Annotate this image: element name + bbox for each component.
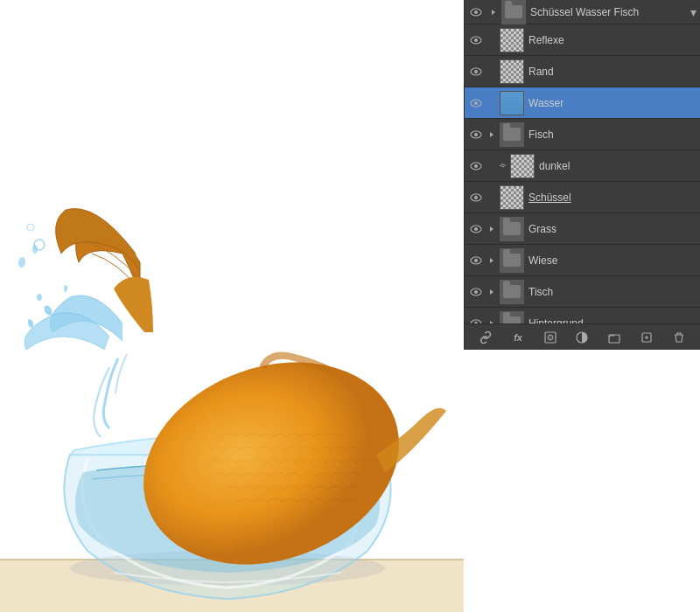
panel-scroll-down[interactable]: ▾ <box>690 5 696 19</box>
layer-name-wasser: Wasser <box>528 97 696 109</box>
svg-point-14 <box>474 10 478 14</box>
layers-panel-group-header: Schüssel Wasser Fisch ▾ <box>465 0 700 24</box>
svg-marker-24 <box>490 132 494 137</box>
svg-marker-37 <box>490 289 494 295</box>
mask-button[interactable] <box>541 328 560 347</box>
expand-arrow-wiese[interactable] <box>486 254 498 267</box>
group-visibility-eye[interactable] <box>468 4 484 20</box>
svg-point-12 <box>27 224 34 231</box>
adjustment-button[interactable] <box>572 328 592 347</box>
svg-marker-40 <box>490 321 494 324</box>
layers-panel: Schüssel Wasser Fisch ▾ ReflexeRandWasse… <box>464 0 700 350</box>
eye-icon-wasser[interactable] <box>468 95 484 111</box>
svg-point-28 <box>474 196 478 199</box>
layer-item-grass[interactable]: Grass <box>465 213 700 245</box>
eye-icon-reflexe[interactable] <box>468 32 484 48</box>
layer-item-dunkel[interactable]: dunkel <box>465 150 700 182</box>
new-group-button[interactable] <box>605 328 624 347</box>
layers-toolbar: fx <box>465 323 700 350</box>
link-button[interactable] <box>476 328 495 347</box>
svg-point-26 <box>474 164 478 168</box>
svg-marker-15 <box>492 10 495 15</box>
svg-point-23 <box>474 133 478 136</box>
eye-icon-schuessel[interactable] <box>468 190 484 205</box>
svg-point-19 <box>474 70 478 73</box>
eye-icon-fisch[interactable] <box>468 127 484 143</box>
svg-point-39 <box>474 322 478 324</box>
layer-thumb-rand <box>500 59 524 84</box>
expand-arrow-tisch[interactable] <box>486 286 498 298</box>
layer-thumb-reflexe <box>500 28 524 52</box>
eye-icon-dunkel[interactable] <box>468 158 484 174</box>
svg-point-9 <box>18 256 26 268</box>
layer-item-rand[interactable]: Rand <box>465 56 700 87</box>
layer-thumb-schuessel <box>500 185 524 210</box>
layer-thumb-wiese <box>500 248 524 273</box>
expand-arrow-wasser <box>486 97 498 109</box>
group-folder-thumb <box>501 0 526 24</box>
svg-point-7 <box>37 294 42 301</box>
svg-point-36 <box>474 290 478 294</box>
expand-arrow-grass[interactable] <box>486 223 498 235</box>
svg-point-8 <box>64 285 67 292</box>
svg-point-30 <box>474 227 478 231</box>
layer-thumb-grass <box>500 217 524 241</box>
layer-name-tisch: Tisch <box>528 286 696 298</box>
fx-button[interactable]: fx <box>508 328 528 347</box>
layer-thumb-fisch <box>500 122 524 147</box>
expand-arrow-hintergrund[interactable] <box>486 317 498 324</box>
delete-button[interactable] <box>669 328 689 347</box>
layer-thumb-dunkel <box>510 154 535 178</box>
svg-point-11 <box>34 240 45 250</box>
layer-name-fisch: Fisch <box>528 129 696 141</box>
svg-point-44 <box>548 335 553 340</box>
expand-arrow-reflexe <box>486 34 498 46</box>
eye-icon-rand[interactable] <box>468 64 484 80</box>
expand-arrow-fisch[interactable] <box>486 129 498 141</box>
eye-icon-tisch[interactable] <box>468 284 484 300</box>
svg-marker-31 <box>490 226 494 232</box>
layer-name-grass: Grass <box>528 223 696 235</box>
svg-marker-34 <box>490 258 494 263</box>
eye-icon-grass[interactable] <box>468 221 484 237</box>
layer-item-schuessel[interactable]: Schüssel <box>465 182 700 213</box>
eye-icon-wiese[interactable] <box>468 253 484 268</box>
svg-point-21 <box>474 101 478 105</box>
svg-point-17 <box>474 38 478 42</box>
layer-item-reflexe[interactable]: Reflexe <box>465 24 700 56</box>
eye-icon-hintergrund[interactable] <box>468 316 484 324</box>
group-expand-arrow[interactable] <box>487 6 500 18</box>
layer-thumb-wasser <box>500 91 524 115</box>
layer-name-wiese: Wiese <box>528 254 696 267</box>
layer-thumb-tisch <box>500 280 524 304</box>
layer-name-hintergrund: Hintergrund <box>528 317 696 324</box>
layer-item-fisch[interactable]: Fisch <box>465 119 700 150</box>
layer-name-dunkel: dunkel <box>539 160 696 172</box>
layer-item-hintergrund[interactable]: Hintergrund <box>465 308 700 323</box>
fish-illustration <box>0 0 464 612</box>
layer-item-wasser[interactable]: Wasser <box>465 87 700 119</box>
expand-arrow-dunkel <box>486 160 498 172</box>
layer-item-wiese[interactable]: Wiese <box>465 245 700 276</box>
layer-name-schuessel: Schüssel <box>528 191 696 204</box>
layer-item-tisch[interactable]: Tisch <box>465 276 700 308</box>
layer-thumb-hintergrund <box>500 311 524 324</box>
expand-arrow-schuessel <box>486 191 498 204</box>
layer-name-rand: Rand <box>528 66 696 78</box>
layer-name-reflexe: Reflexe <box>528 34 696 46</box>
layers-list[interactable]: ReflexeRandWasserFischdunkelSchüsselGras… <box>465 24 700 323</box>
svg-point-33 <box>474 259 478 262</box>
group-name: Schüssel Wasser Fisch <box>530 6 690 18</box>
new-layer-button[interactable] <box>637 328 656 347</box>
expand-arrow-rand <box>486 66 498 78</box>
